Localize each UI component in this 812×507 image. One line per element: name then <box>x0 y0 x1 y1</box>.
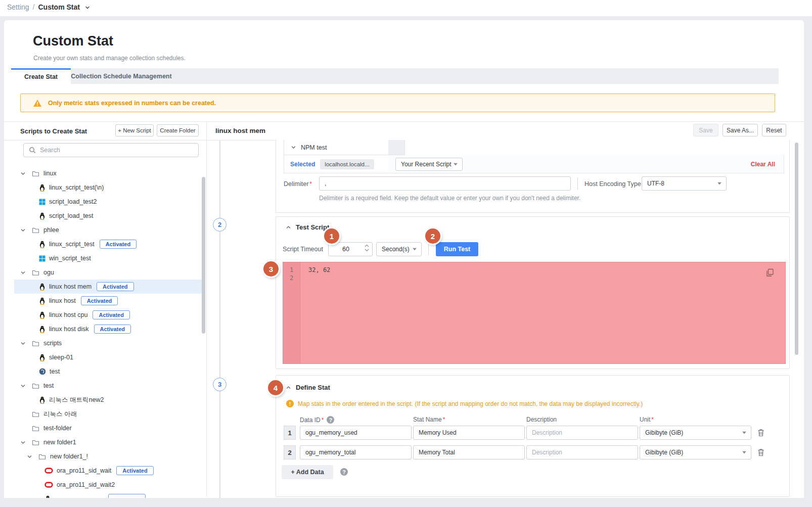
unit-select[interactable]: Gibibyte (GiB) <box>640 426 751 440</box>
description-input[interactable] <box>526 445 638 459</box>
help-icon[interactable]: ? <box>327 416 334 424</box>
tab-collection-schedule-management[interactable]: Collection Schedule Management <box>71 68 172 84</box>
tree-folder-row[interactable]: new folder1_! <box>4 450 206 463</box>
warning-banner-text: Only metric stats expressed in numbers c… <box>48 100 216 107</box>
help-icon[interactable]: ? <box>340 468 348 476</box>
save-button[interactable]: Save <box>693 124 718 136</box>
tree-folder-row[interactable]: test-folder <box>4 422 206 434</box>
postgres-icon <box>39 368 46 375</box>
tree-script-row[interactable]: linux_script_testActivated <box>4 238 206 250</box>
chevron-up-icon[interactable] <box>286 385 291 390</box>
stepper-down-icon[interactable] <box>365 249 369 252</box>
tree-script-row[interactable]: script_load_test2 <box>4 196 206 208</box>
chevron-down-icon[interactable] <box>84 5 91 11</box>
divider <box>428 243 429 255</box>
stat-name-input[interactable] <box>413 445 525 459</box>
copy-icon[interactable] <box>765 268 774 277</box>
breadcrumb-setting[interactable]: Setting <box>7 3 29 11</box>
tree-script-row[interactable]: linux_script_test(\n) <box>4 181 206 194</box>
activated-badge: Activated <box>94 325 131 334</box>
chevron-down-icon[interactable] <box>291 145 296 150</box>
tree-folder-row[interactable]: new folder1 <box>4 436 206 448</box>
timeout-unit-select[interactable]: Second(s) <box>376 242 422 256</box>
chevron-up-icon[interactable] <box>286 224 291 230</box>
new-script-button[interactable]: + New Script <box>115 124 154 136</box>
line-number: 2 <box>283 274 300 282</box>
tree-script-row[interactable]: test <box>4 365 206 378</box>
reset-button[interactable]: Reset <box>762 124 786 136</box>
trash-icon[interactable] <box>757 448 764 456</box>
description-input[interactable] <box>526 426 638 440</box>
folder-icon <box>38 453 46 460</box>
tree-script-row[interactable]: sleep-01 <box>4 351 206 363</box>
clear-all-button[interactable]: Clear All <box>751 161 775 168</box>
npm-test-group[interactable]: NPM test <box>284 140 389 155</box>
stat-name-input[interactable] <box>413 426 525 440</box>
delimiter-input[interactable] <box>319 176 571 191</box>
main-scrollbar-thumb[interactable] <box>795 143 798 355</box>
unit-select[interactable]: Gibibyte (GiB) <box>640 445 751 459</box>
timeout-stepper[interactable] <box>365 244 369 252</box>
trash-icon[interactable] <box>757 429 764 437</box>
caret-down-icon <box>742 451 746 454</box>
tree-script-row[interactable]: linux host memActivated <box>4 281 206 293</box>
tree-script-row[interactable]: ora_pro11_sid_wait2 <box>4 479 206 491</box>
host-encoding-select[interactable]: UTF-8 <box>642 176 727 191</box>
tree-script-row[interactable]: ora_pro11_sid_waitActivated <box>4 465 206 477</box>
tree-folder-row[interactable]: ogu <box>4 266 206 279</box>
save-as-button[interactable]: Save As... <box>723 124 758 136</box>
tree-script-row[interactable]: linux host cpuActivated <box>4 309 206 321</box>
run-test-button[interactable]: Run Test <box>436 242 478 256</box>
folder-icon <box>32 383 39 389</box>
tree-script-row[interactable] <box>4 493 206 498</box>
tree-script-label: test <box>50 368 60 375</box>
tree-script-row[interactable]: linux host diskActivated <box>4 323 206 335</box>
stepper-up-icon[interactable] <box>365 244 369 247</box>
tree-script-row[interactable]: win_script_test <box>4 252 206 264</box>
code-content[interactable]: 32, 62 <box>300 262 785 363</box>
tree-script-row[interactable]: linux hostActivated <box>4 295 206 307</box>
tree-script-row[interactable]: 리눅스 매트릭new2 <box>4 394 206 406</box>
chevron-down-icon[interactable] <box>20 270 26 275</box>
tree-folder-row[interactable]: phlee <box>4 224 206 236</box>
breadcrumb-current-page[interactable]: Custom Stat <box>38 3 79 11</box>
host-encoding-value: UTF-8 <box>647 180 664 187</box>
tree-folder-row[interactable]: linux <box>4 167 206 179</box>
linux-icon <box>39 311 46 319</box>
chevron-down-icon[interactable] <box>20 227 26 233</box>
tab-create-stat[interactable]: Create Stat <box>11 68 71 84</box>
column-header-stat-name: Stat Name* <box>413 416 445 423</box>
mapping-notice-text: Map stats in the order entered in the sc… <box>298 400 643 407</box>
folder-icon <box>32 411 39 418</box>
linux-icon <box>39 326 46 333</box>
create-folder-button[interactable]: Create Folder <box>157 124 199 136</box>
test-script-header[interactable]: Test Script <box>286 223 329 231</box>
page-title: Custom Stat <box>33 33 113 49</box>
selected-script-title: linux host mem <box>215 127 265 134</box>
tree-folder-row[interactable]: test <box>4 380 206 392</box>
script-output-editor[interactable]: 12 32, 62 <box>283 262 786 364</box>
column-header-description: Description <box>526 416 557 423</box>
tree-folder-row[interactable]: scripts <box>4 337 206 349</box>
tree-script-label: linux host cpu <box>49 311 87 318</box>
recent-script-dropdown[interactable]: Your Recent Script <box>395 158 463 171</box>
search-input[interactable] <box>23 143 199 157</box>
chevron-down-icon[interactable] <box>27 454 32 459</box>
data-id-input[interactable] <box>300 426 412 440</box>
tree-folder-row[interactable]: 리눅스 아래 <box>4 408 206 420</box>
add-data-button[interactable]: + Add Data <box>282 465 333 479</box>
tree-script-label: linux_script_test(\n) <box>49 184 104 191</box>
define-stat-header[interactable]: Define Stat <box>286 384 330 391</box>
step-3-indicator: 3 <box>213 378 227 391</box>
code-line: 32, 62 <box>308 266 785 274</box>
scripts-sidebar: Scripts to Create Stat + New Script Crea… <box>4 121 206 498</box>
caret-down-icon <box>454 163 458 165</box>
data-id-input[interactable] <box>300 445 412 459</box>
chevron-down-icon[interactable] <box>20 440 26 445</box>
tree-script-row[interactable]: script_load_test <box>4 210 206 222</box>
row-index: 1 <box>284 426 296 440</box>
chevron-down-icon[interactable] <box>20 341 26 346</box>
sidebar-scrollbar-thumb[interactable] <box>202 177 205 334</box>
chevron-down-icon[interactable] <box>20 171 26 176</box>
chevron-down-icon[interactable] <box>20 383 26 389</box>
